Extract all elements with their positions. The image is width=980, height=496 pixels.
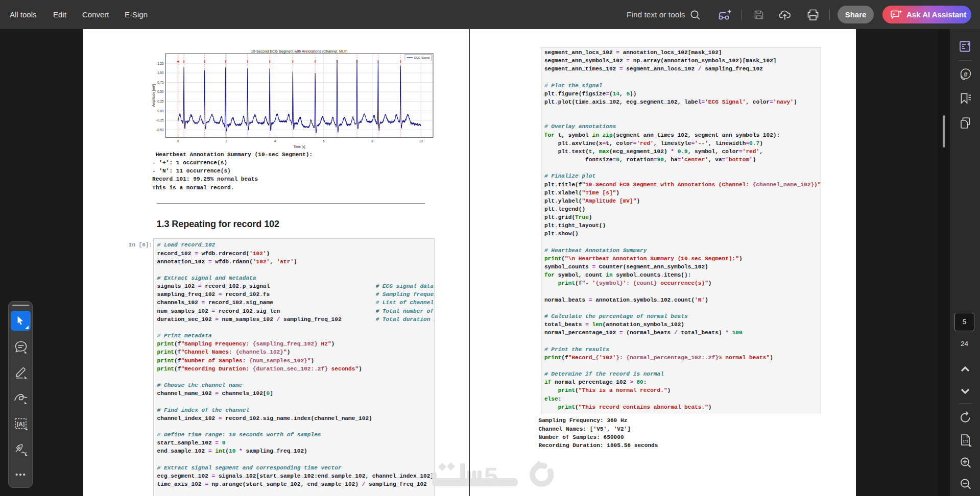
svg-text:@: @ — [964, 71, 968, 78]
svg-text:2: 2 — [226, 139, 228, 143]
svg-text:10: 10 — [419, 139, 423, 143]
svg-text:0.75: 0.75 — [157, 81, 164, 84]
svg-text:[A]: [A] — [17, 421, 25, 427]
svg-text:4: 4 — [274, 139, 276, 143]
svg-text:8: 8 — [371, 139, 373, 143]
svg-text:ECG Signal: ECG Signal — [414, 56, 429, 59]
svg-text:0.00: 0.00 — [157, 109, 164, 113]
svg-text:-0.25: -0.25 — [156, 118, 164, 122]
svg-text:10-Second ECG Segment with Ann: 10-Second ECG Segment with Annotations (… — [251, 49, 348, 54]
svg-text:6: 6 — [323, 139, 325, 143]
svg-text:Time [s]: Time [s] — [293, 145, 305, 149]
svg-text:0: 0 — [177, 139, 179, 143]
svg-text:Amplitude [mV]: Amplitude [mV] — [152, 84, 156, 107]
svg-text:0.50: 0.50 — [157, 90, 164, 93]
svg-text:1.25: 1.25 — [157, 62, 164, 65]
svg-text:1:1: 1:1 — [963, 439, 968, 443]
svg-text:-0.50: -0.50 — [156, 128, 164, 132]
svg-text:5: 5 — [484, 463, 498, 490]
svg-text:1.00: 1.00 — [157, 71, 164, 75]
svg-text:0.25: 0.25 — [157, 100, 164, 103]
